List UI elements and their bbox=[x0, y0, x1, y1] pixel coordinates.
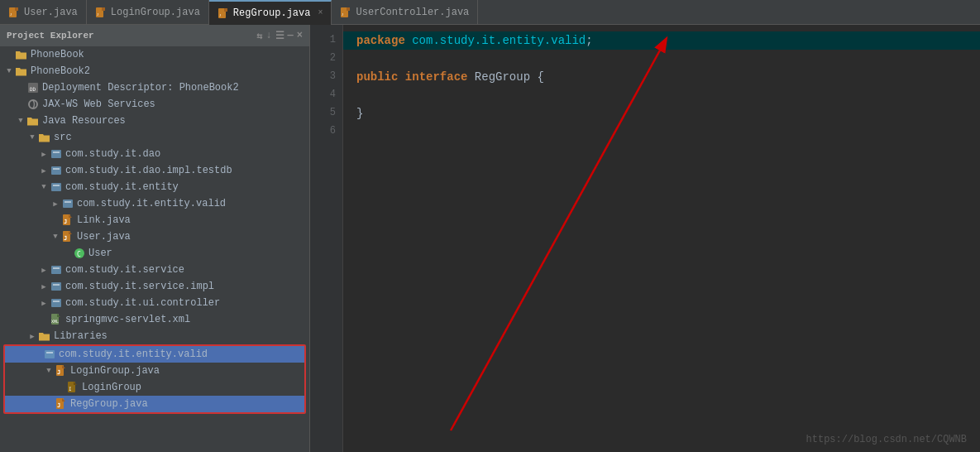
tree-item-reggroup-java[interactable]: JRegGroup.java bbox=[5, 396, 304, 412]
tree-item-label: PhoneBook2 bbox=[31, 65, 90, 77]
tree-arrow-icon bbox=[38, 314, 50, 325]
tree-arrow-icon: ▼ bbox=[26, 132, 38, 143]
tree-item-dao[interactable]: ▶com.study.it.dao bbox=[0, 146, 309, 162]
svg-text:J: J bbox=[64, 235, 67, 242]
collapse-icon[interactable]: ↓ bbox=[265, 30, 271, 42]
tree-item-dao-impl[interactable]: ▶com.study.it.dao.impl.testdb bbox=[0, 162, 309, 179]
svg-rect-37 bbox=[51, 282, 61, 291]
tree-arrow-icon: ▶ bbox=[38, 165, 50, 176]
content-area: Project Explorer ⇆ ↓ ☰ — × PhoneBook▼Pho… bbox=[0, 25, 980, 452]
tree-arrow-icon: ▼ bbox=[50, 231, 61, 243]
svg-rect-45 bbox=[46, 352, 53, 353]
tree-item-entity[interactable]: ▼com.study.it.entity bbox=[0, 179, 309, 195]
line-number: 3 bbox=[310, 68, 342, 86]
main-layout: JUser.javaJLoginGroup.javaJRegGroup.java… bbox=[0, 0, 980, 452]
tree-item-user-class[interactable]: CUser bbox=[0, 245, 309, 262]
svg-text:DD: DD bbox=[30, 86, 36, 92]
tree-item-label: com.study.it.service.impl bbox=[65, 281, 214, 292]
folder-icon bbox=[38, 329, 51, 343]
folder-icon bbox=[15, 65, 28, 78]
tab-reggroup-tab[interactable]: JRegGroup.java× bbox=[209, 0, 332, 25]
tree-item-logingroup-class[interactable]: ILoginGroup bbox=[5, 379, 304, 396]
folder-icon bbox=[26, 114, 40, 127]
tab-label: User.java bbox=[24, 7, 78, 18]
tree-item-service[interactable]: ▶com.study.it.service bbox=[0, 262, 309, 278]
package-path: com.study.it.entity.valid bbox=[412, 31, 586, 50]
tree-arrow-icon: ▶ bbox=[38, 264, 50, 276]
tree-arrow-icon bbox=[61, 248, 73, 259]
svg-text:J: J bbox=[97, 12, 98, 17]
tree-item-phonebook2[interactable]: ▼PhoneBook2 bbox=[0, 63, 309, 79]
tree-item-label: com.study.it.dao bbox=[65, 148, 160, 160]
svg-rect-14 bbox=[347, 7, 350, 11]
tree-item-phonebook[interactable]: PhoneBook bbox=[0, 46, 309, 63]
close-icon[interactable]: × bbox=[297, 30, 303, 42]
tree-arrow-icon: ▼ bbox=[38, 181, 50, 193]
tab-close-button[interactable]: × bbox=[318, 8, 323, 17]
svg-rect-22 bbox=[53, 168, 60, 170]
editor-content: 123456 package com.study.it.entity.valid… bbox=[310, 25, 980, 452]
java-file-icon: J bbox=[218, 7, 229, 19]
tree-arrow-icon bbox=[55, 382, 66, 393]
package-icon bbox=[50, 147, 63, 161]
java-icon: J bbox=[61, 214, 74, 227]
tab-user-java-tab[interactable]: JUser.java bbox=[0, 0, 87, 25]
line-number: 5 bbox=[310, 104, 342, 123]
tree-item-java-resources[interactable]: ▼Java Resources bbox=[0, 113, 309, 129]
tree-item-springmvc-xml[interactable]: XMLspringmvc-servlet.xml bbox=[0, 311, 309, 328]
highlight-box: com.study.it.entity.valid▼JLoginGroup.ja… bbox=[3, 344, 306, 414]
menu-icon[interactable]: ☰ bbox=[275, 30, 284, 42]
java-icon: J bbox=[55, 364, 68, 377]
code-line bbox=[356, 86, 967, 104]
tree-item-deployment[interactable]: DDDeployment Descriptor: PhoneBook2 bbox=[0, 79, 309, 96]
code-content[interactable]: package com.study.it.entity.valid;public… bbox=[343, 25, 980, 452]
tree-item-ui-controller[interactable]: ▶com.study.it.ui.controller bbox=[0, 295, 309, 311]
code-line: package com.study.it.entity.valid; bbox=[343, 31, 980, 50]
line-numbers: 123456 bbox=[310, 25, 343, 452]
svg-rect-39 bbox=[51, 299, 61, 307]
svg-marker-31 bbox=[69, 231, 72, 234]
tree-item-user-java[interactable]: ▼JUser.java bbox=[0, 228, 309, 245]
tab-label: RegGroup.java bbox=[233, 7, 311, 19]
svg-text:J: J bbox=[342, 12, 343, 17]
line-number: 4 bbox=[310, 86, 342, 104]
line-number: 2 bbox=[310, 50, 342, 68]
tree-item-link-java[interactable]: JLink.java bbox=[0, 212, 309, 228]
svg-text:J: J bbox=[57, 369, 60, 376]
tree-item-logingroup-java[interactable]: ▼JLoginGroup.java bbox=[5, 363, 304, 379]
tree-item-label: RegGroup.java bbox=[70, 398, 148, 410]
svg-rect-24 bbox=[53, 185, 60, 186]
java-file-icon: J bbox=[8, 7, 20, 18]
tree-arrow-icon: ▶ bbox=[38, 148, 50, 160]
tree-item-src[interactable]: ▼src bbox=[0, 129, 309, 146]
tree-item-jaxws[interactable]: JAX-WS Web Services bbox=[0, 96, 309, 113]
tree-arrow-icon bbox=[15, 82, 26, 94]
tree-item-entity-valid[interactable]: ▶com.study.it.entity.valid bbox=[0, 195, 309, 212]
line-number: 6 bbox=[310, 123, 342, 141]
tree-arrow-icon: ▶ bbox=[26, 330, 38, 342]
tab-logingroup-tab[interactable]: JLoginGroup.java bbox=[87, 0, 209, 25]
tree-item-entity-valid2[interactable]: com.study.it.entity.valid bbox=[5, 346, 304, 363]
svg-rect-38 bbox=[53, 284, 60, 286]
package-icon bbox=[50, 263, 63, 276]
svg-marker-28 bbox=[69, 214, 72, 218]
tree-item-service-impl[interactable]: ▶com.study.it.service.impl bbox=[0, 278, 309, 295]
keyword-package: package bbox=[356, 31, 405, 50]
tree-item-label: src bbox=[54, 132, 72, 143]
code-line: } bbox=[356, 104, 967, 123]
tab-usercontroller-tab[interactable]: JUserController.java bbox=[332, 0, 478, 25]
minimize-icon[interactable]: — bbox=[288, 30, 294, 42]
tree-item-libraries[interactable]: ▶Libraries bbox=[0, 328, 309, 344]
tree-item-label: Link.java bbox=[77, 214, 131, 226]
svg-rect-35 bbox=[51, 266, 61, 274]
tree-arrow-icon: ▶ bbox=[38, 281, 50, 292]
tree-arrow-icon: ▶ bbox=[50, 198, 61, 209]
tree-item-label: com.study.it.service bbox=[65, 264, 184, 276]
sync-icon[interactable]: ⇆ bbox=[256, 30, 262, 42]
tree-item-label: com.study.it.ui.controller bbox=[65, 297, 220, 309]
java-icon: J bbox=[55, 397, 68, 411]
editor-area: 123456 package com.study.it.entity.valid… bbox=[310, 25, 980, 452]
svg-rect-44 bbox=[45, 350, 55, 358]
package-icon bbox=[50, 164, 63, 177]
svg-marker-50 bbox=[74, 382, 77, 385]
